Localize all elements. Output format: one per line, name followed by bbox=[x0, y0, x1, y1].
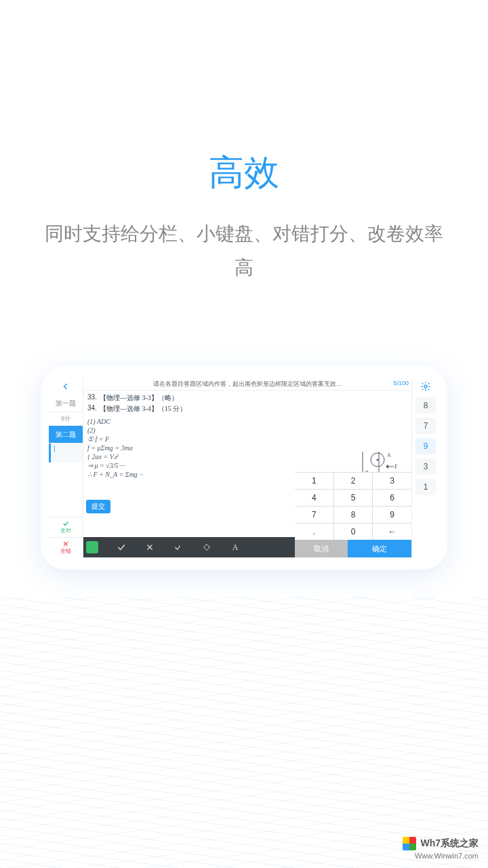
q33-text: 【物理—选修 3-3】（略） bbox=[100, 393, 178, 403]
instruction-text: 请在各题目答题区域内作答，超出黑色矩形边框限定区域的答案无效… bbox=[153, 380, 342, 387]
svg-marker-6 bbox=[386, 465, 388, 469]
svg-text:A: A bbox=[387, 452, 391, 458]
q34-text: 【物理—选修 3-4】（15 分） bbox=[100, 404, 186, 414]
watermark-brand: Wh7系统之家 bbox=[420, 837, 479, 850]
left-panel: 第一题 9分 第二题 | 全对 全错 bbox=[49, 378, 83, 557]
key-9[interactable]: 9 bbox=[373, 507, 411, 523]
page-title: 高效 bbox=[0, 149, 488, 197]
score-chip-8[interactable]: 8 bbox=[415, 397, 436, 414]
key-backspace[interactable]: ← bbox=[373, 524, 411, 540]
toolbar-marker-icon[interactable] bbox=[86, 541, 98, 553]
answer-1: (1) ADC bbox=[87, 418, 110, 425]
toolbar-text-icon[interactable]: A bbox=[230, 542, 241, 553]
settings-icon[interactable] bbox=[420, 380, 431, 393]
keypad-confirm-button[interactable]: 确定 bbox=[348, 540, 411, 557]
question-1-score: 9分 bbox=[49, 412, 83, 426]
back-icon[interactable] bbox=[49, 378, 83, 395]
toolbar-check-icon[interactable] bbox=[116, 542, 127, 553]
eq-3: { 2ax = V₀² bbox=[87, 453, 119, 460]
toolbar-cross-icon[interactable] bbox=[144, 542, 155, 553]
question-tab-1[interactable]: 第一题 bbox=[49, 395, 83, 412]
key-1[interactable]: 1 bbox=[295, 473, 333, 489]
key-5[interactable]: 5 bbox=[334, 490, 373, 506]
watermark: Wh7系统之家 Www.Winwin7.com bbox=[403, 837, 479, 860]
svg-text:F: F bbox=[394, 464, 398, 470]
eq-2: f = μΣmg = 3ma bbox=[87, 444, 133, 452]
all-correct-button[interactable]: 全对 bbox=[49, 517, 83, 537]
numeric-keypad: 1 2 3 4 5 6 7 8 9 . 0 ← 取消 确定 bbox=[295, 472, 411, 557]
key-2[interactable]: 2 bbox=[334, 473, 373, 489]
key-4[interactable]: 4 bbox=[295, 490, 333, 506]
keypad-cancel-button[interactable]: 取消 bbox=[295, 540, 348, 557]
grading-app: 第一题 9分 第二题 | 全对 全错 请在各题目答题区域内作答，超出黑色矩形边框… bbox=[49, 378, 439, 557]
key-dot[interactable]: . bbox=[295, 524, 333, 540]
all-wrong-label: 全错 bbox=[60, 547, 71, 555]
key-3[interactable]: 3 bbox=[373, 473, 411, 489]
eq-1: ① f = F bbox=[87, 435, 109, 443]
key-7[interactable]: 7 bbox=[295, 507, 333, 523]
question-2-score-input[interactable]: | bbox=[49, 443, 83, 462]
progress-counter: 5/100 bbox=[393, 380, 409, 387]
toolbar-halfcheck-icon[interactable] bbox=[173, 542, 184, 553]
eq-4: ⇒ μ = √3/5 ··· bbox=[87, 462, 125, 469]
watermark-logo-icon bbox=[403, 837, 416, 850]
background-decoration bbox=[0, 597, 488, 868]
svg-point-3 bbox=[377, 459, 379, 461]
watermark-url: Www.Winwin7.com bbox=[415, 852, 479, 860]
toolbar-diamond-icon[interactable] bbox=[201, 542, 212, 553]
all-correct-label: 全对 bbox=[60, 527, 71, 534]
key-8[interactable]: 8 bbox=[334, 507, 373, 523]
submit-button[interactable]: 提交 bbox=[86, 500, 110, 513]
eq-5: ∴ F + N_A = Σmg − bbox=[87, 471, 144, 478]
answer-2: (2) bbox=[87, 427, 96, 434]
q34-num: 34. bbox=[87, 404, 97, 414]
key-0[interactable]: 0 bbox=[334, 524, 373, 540]
screenshot-card: 第一题 9分 第二题 | 全对 全错 请在各题目答题区域内作答，超出黑色矩形边框… bbox=[41, 366, 447, 570]
score-chip-7[interactable]: 7 bbox=[415, 418, 436, 434]
question-tab-2[interactable]: 第二题 bbox=[49, 426, 83, 443]
page-subtitle: 同时支持给分栏、小键盘、对错打分、改卷效率高 bbox=[41, 217, 447, 285]
score-chip-1[interactable]: 1 bbox=[415, 479, 436, 495]
q33-num: 33. bbox=[87, 393, 97, 403]
answer-area: 请在各题目答题区域内作答，超出黑色矩形边框限定区域的答案无效… 5/100 33… bbox=[83, 378, 412, 557]
instruction-bar: 请在各题目答题区域内作答，超出黑色矩形边框限定区域的答案无效… 5/100 bbox=[83, 378, 411, 391]
key-6[interactable]: 6 bbox=[373, 490, 411, 506]
svg-point-9 bbox=[424, 385, 427, 388]
score-panel: 8 7 9 3 1 bbox=[412, 378, 439, 557]
score-chip-9[interactable]: 9 bbox=[415, 438, 436, 454]
score-chip-3[interactable]: 3 bbox=[415, 458, 436, 475]
all-wrong-button[interactable]: 全错 bbox=[49, 537, 83, 557]
